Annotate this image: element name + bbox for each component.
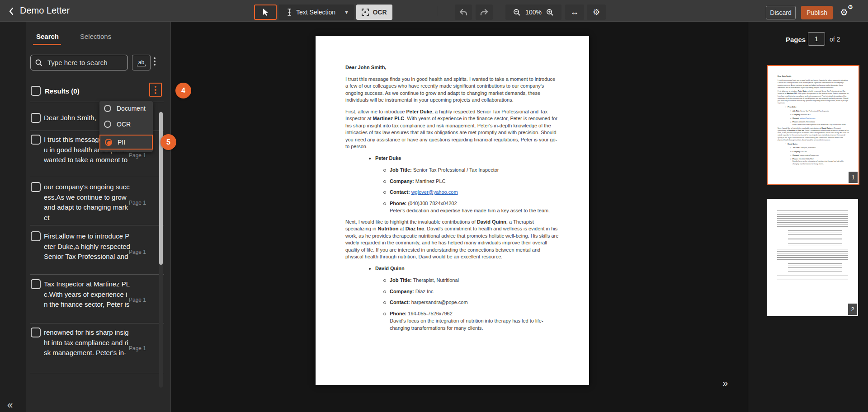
menu-item-label: OCR: [117, 121, 131, 128]
result-text: First,allow me to introduce Peter Duke,a…: [44, 231, 131, 262]
letter-block: Phone: (040)308-7824x04202Peter's dedica…: [778, 121, 849, 126]
redo-icon: [480, 9, 489, 16]
thumbnail-page-number: 1: [849, 172, 858, 183]
result-text: renowned for his sharp insight into tax …: [44, 328, 131, 358]
tab-search[interactable]: Search: [36, 33, 59, 40]
letter-block: Contact: wglover@yahoo.com: [345, 189, 559, 196]
letter-block: First, allow me to introduce Peter Duke,…: [345, 108, 559, 150]
document-title: Demo Letter: [20, 5, 70, 16]
search-input[interactable]: [47, 58, 138, 67]
thumbnail-page-preview: [767, 199, 858, 282]
letter-block: Company: Diaz Inc: [345, 288, 559, 295]
menu-item-document[interactable]: Document: [104, 105, 146, 112]
onboarding-step-badge-4: 4: [175, 83, 191, 98]
onboarding-step-badge-5: 5: [160, 134, 176, 150]
search-result-item[interactable]: our company's ongoing success.As we cont…: [31, 182, 166, 224]
results-scrollbar-thumb[interactable]: [159, 112, 163, 265]
horizontal-arrows-icon: ↔: [571, 7, 579, 17]
redo-button[interactable]: [476, 5, 493, 20]
document-page[interactable]: Dear John Smith,I trust this message fin…: [316, 36, 589, 385]
chevron-down-icon: ▼: [344, 9, 349, 15]
cursor-tool-button[interactable]: [254, 5, 277, 20]
undo-icon: [459, 9, 468, 16]
letter-block: I trust this message finds you in good h…: [778, 79, 849, 89]
discard-button[interactable]: Discard: [766, 6, 796, 19]
letter-block: Next, I would like to highlight the inva…: [778, 127, 849, 141]
publish-button[interactable]: Publish: [801, 6, 833, 19]
letter-content: Dear John Smith,I trust this message fin…: [768, 66, 859, 183]
back-chevron-icon: [9, 7, 14, 15]
active-tab-indicator: [33, 44, 61, 45]
letter-block: Contact: harpersandra@pope.com: [778, 154, 849, 156]
result-page-label: Page 1: [129, 297, 146, 303]
result-checkbox[interactable]: [31, 135, 41, 145]
result-checkbox[interactable]: [31, 279, 41, 289]
result-text: Tax Inspector at Martinez PLc.With years…: [44, 279, 131, 310]
pages-panel: Pages of 2 Dear John Smith,I trust this …: [748, 22, 868, 412]
menu-item-label: Document: [117, 105, 146, 112]
result-checkbox[interactable]: [31, 182, 41, 192]
zoom-level: 100%: [525, 9, 542, 16]
email-link: wglover@yahoo.com: [800, 117, 815, 119]
letter-content: Dear John Smith,I trust this message fin…: [316, 36, 589, 385]
zoom-in-button[interactable]: [546, 9, 554, 16]
result-text: our company's ongoing success.As we cont…: [44, 182, 131, 223]
divider: [30, 274, 164, 275]
text-selection-label: Text Selection: [296, 9, 335, 16]
kebab-icon: [155, 86, 156, 94]
search-options-menu-button[interactable]: [154, 57, 156, 66]
letter-block: Peter Duke: [778, 106, 849, 108]
divider: [30, 323, 164, 323]
gear-icon: ⚙: [840, 7, 848, 18]
letter-block: Company: Martinez PLC: [345, 178, 559, 185]
result-checkbox[interactable]: [31, 328, 41, 337]
letter-block: Dear John Smith,: [345, 64, 559, 71]
settings-button[interactable]: ⚙ ⚙: [839, 4, 857, 18]
letter-block: Company: Diaz Inc: [778, 150, 849, 153]
ocr-button[interactable]: OCR: [356, 5, 392, 20]
search-result-item[interactable]: First,allow me to introduce Peter Duke,a…: [31, 231, 166, 273]
result-checkbox[interactable]: [31, 231, 41, 241]
result-page-label: Page 1: [129, 200, 146, 206]
tab-selections[interactable]: Selections: [80, 33, 111, 40]
result-checkbox[interactable]: [31, 113, 41, 123]
select-all-results-checkbox[interactable]: [31, 86, 41, 96]
page-thumbnail-2[interactable]: 2: [767, 199, 858, 316]
back-button[interactable]: [5, 5, 17, 17]
email-link[interactable]: wglover@yahoo.com: [411, 189, 458, 195]
ibeam-icon: [287, 8, 292, 16]
collapse-right-panel-button[interactable]: »: [722, 378, 728, 389]
menu-item-ocr[interactable]: OCR: [104, 121, 131, 128]
radio-checked-icon: [105, 139, 112, 146]
letter-block: First, allow me to introduce Peter Duke,…: [778, 90, 849, 104]
result-page-label: Page 1: [129, 249, 146, 255]
page-thumbnail-1[interactable]: Dear John Smith,I trust this message fin…: [767, 65, 859, 185]
zoom-controls: 100%: [505, 5, 561, 20]
fit-width-button[interactable]: ↔: [565, 5, 584, 20]
menu-item-pii[interactable]: PII: [99, 135, 153, 150]
result-page-label: Page 1: [129, 345, 146, 351]
results-filter-menu: Document OCR PII: [99, 101, 153, 152]
letter-block: Peter Duke: [345, 155, 559, 162]
app-window: Demo Letter Text Selection ▼ OCR: [0, 0, 868, 412]
divider: [30, 225, 164, 225]
gear-icon: ⚙: [593, 7, 600, 17]
left-icon-strip: «: [0, 22, 26, 412]
search-result-item[interactable]: Tax Inspector at Martinez PLc.With years…: [31, 279, 166, 321]
letter-block: Phone: 194-055-7526x7962David's focus on…: [778, 158, 849, 165]
match-whole-word-button[interactable]: ab: [132, 55, 151, 70]
current-page-input[interactable]: [808, 32, 825, 46]
results-header: Results (0): [45, 87, 80, 95]
search-icon: [35, 59, 42, 66]
zoom-out-button[interactable]: [513, 9, 521, 16]
view-settings-button[interactable]: ⚙: [587, 5, 606, 20]
collapse-left-panel-button[interactable]: «: [7, 399, 13, 411]
letter-block: Contact: harpersandra@pope.com: [345, 299, 559, 306]
toolbar-separator: [437, 6, 437, 16]
search-result-item[interactable]: renowned for his sharp insight into tax …: [31, 328, 166, 369]
text-selection-tool-button[interactable]: Text Selection ▼: [278, 5, 354, 20]
results-menu-button[interactable]: [149, 83, 162, 97]
undo-button[interactable]: [455, 5, 472, 20]
search-sidebar: Search Selections ab Results (0) Dear Jo…: [26, 22, 171, 412]
letter-block: David Quinn: [345, 265, 559, 272]
